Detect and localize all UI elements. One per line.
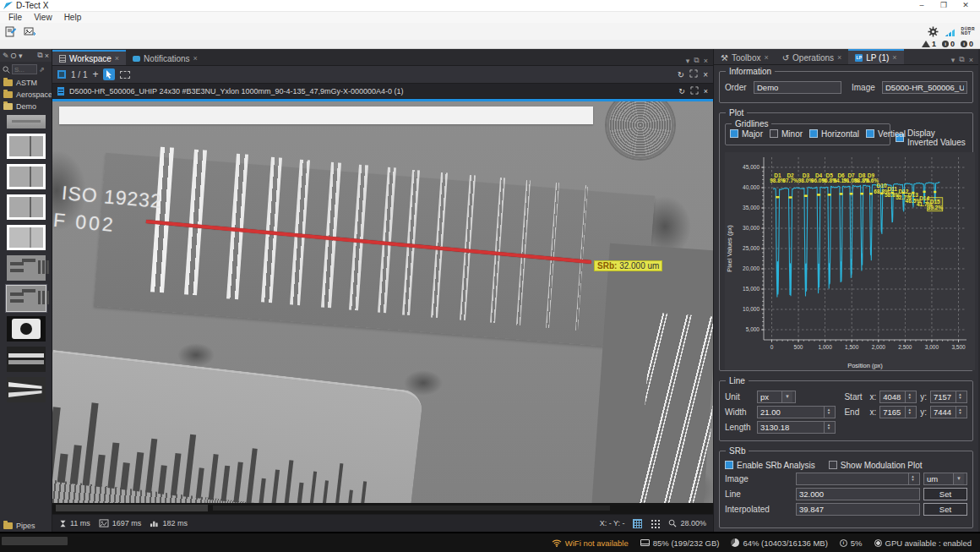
length-field[interactable]: 3130.18▲▼ [757,421,836,434]
set-interpolated-button[interactable]: Set [923,503,967,516]
info-badge-2[interactable]: i0 [961,40,973,48]
srb-image-field[interactable]: ▲▼ [796,473,920,485]
menu-file[interactable]: File [3,13,27,22]
sort-dropdown[interactable]: O ▾ [11,52,23,60]
close-icon[interactable]: × [969,56,973,64]
zoom-level[interactable]: 28.00% [680,519,706,527]
expand-icon[interactable]: ⇗ [39,66,45,74]
chevron-down-icon[interactable]: ▾ [686,57,690,65]
spinner-icon[interactable]: ▲▼ [908,473,917,484]
thumbnail[interactable] [7,316,46,342]
operations-icon: ↺ [782,53,789,63]
dots-toggle-icon[interactable] [651,519,660,528]
tab-operations[interactable]: ↺Operations× [776,49,849,64]
refresh-icon[interactable]: ↻ [678,70,684,79]
checkbox-horizontal[interactable]: Horizontal [809,129,859,139]
popout-icon[interactable]: ⧉ [959,55,964,64]
thumbnail[interactable] [7,134,46,159]
close-tab-icon[interactable]: × [892,53,896,62]
image-title: D5000-HR_500006_UHIP 24x30 #B3E3NU_Yxlon… [69,87,673,96]
checkbox-minor[interactable]: Minor [770,129,803,139]
chevron-down-icon[interactable]: ▾ [951,56,956,64]
checkbox-major[interactable]: Major [730,129,763,139]
thumbnail-selected[interactable] [7,286,46,311]
add-view-button[interactable]: + [92,68,98,80]
end-x-field[interactable]: 7165▲▼ [879,406,917,418]
minimize-button[interactable]: – [911,0,933,11]
spinner-icon[interactable]: ▲▼ [824,407,832,418]
menu-help[interactable]: Help [59,13,87,22]
thumbnail[interactable] [7,225,46,250]
folder-pipes[interactable]: Pipes [0,520,52,532]
checkbox-enable-srb[interactable]: Enable SRb Analysis [725,461,815,470]
close-tab-icon[interactable]: × [115,54,119,63]
end-y-field[interactable]: 7444▲▼ [930,406,967,418]
explorer-header: ✎ O ▾ ⧉ × [0,49,52,62]
search-input[interactable] [12,64,37,74]
tab-lp[interactable]: LPLP (1)× [848,49,903,64]
refresh-icon[interactable]: ↻ [678,87,685,96]
layout-icon[interactable] [57,70,66,79]
info-icon: i [961,41,967,47]
line-profile-chart[interactable]: 5,00010,00015,00020,00025,00030,00035,00… [725,152,967,372]
folder-demo[interactable]: Demo [0,101,52,112]
start-x-field[interactable]: 4048▲▼ [879,391,917,403]
close-icon[interactable]: × [704,57,708,65]
select-region-icon[interactable] [120,71,130,79]
checkbox-icon [829,461,837,469]
close-button[interactable]: ✕ [955,0,977,11]
settings-gear-icon[interactable] [928,26,939,37]
popout-icon[interactable]: ⧉ [37,51,42,60]
checkbox-display-inverted[interactable]: Display Inverted Values [896,128,967,147]
pointer-tool-button[interactable] [103,68,115,80]
thumbnail[interactable] [7,377,46,402]
export-image-icon[interactable] [24,26,36,37]
restore-button[interactable]: ❐ [933,0,955,11]
spinner-icon[interactable]: ▲▼ [956,391,964,402]
tab-notifications[interactable]: Notifications× [126,50,204,65]
set-line-button[interactable]: Set [923,488,967,500]
close-tab-icon[interactable]: × [837,53,841,62]
popout-icon[interactable]: ⧉ [694,56,699,65]
image-window-titlebar[interactable]: D5000-HR_500006_UHIP 24x30 #B3E3NU_Yxlon… [52,84,713,99]
width-field[interactable]: 21.00▲▼ [757,406,836,418]
unit-dropdown[interactable]: px▼ [757,391,796,403]
warning-badge[interactable]: 1 [922,40,936,48]
srb-line-field[interactable]: 32.000 [796,488,920,500]
info-badge-1[interactable]: i0 [942,40,955,48]
close-icon[interactable]: × [703,70,708,79]
grid-toggle-icon[interactable] [633,519,642,528]
srb-unit-dropdown[interactable]: um▼ [923,473,967,485]
fullscreen-icon[interactable] [689,69,698,79]
thumbnail[interactable] [7,347,46,372]
thumbnail[interactable] [7,115,46,128]
radiograph-viewport[interactable]: ISO 19232 F 002 SRb: 32.000 um [52,101,713,514]
srb-interpolated-field[interactable]: 39.847 [796,503,920,516]
tab-workspace[interactable]: Workspace× [52,50,126,65]
close-panel-icon[interactable]: × [45,52,49,60]
order-field[interactable]: Demo [754,81,841,94]
fullscreen-icon[interactable] [690,86,699,96]
spinner-icon[interactable]: ▲▼ [905,407,913,418]
thumbnail[interactable] [7,194,46,220]
notification-strip: 1 i0 i0 [0,40,980,49]
close-icon[interactable]: × [704,87,708,96]
menu-view[interactable]: View [29,13,57,22]
thumbnail[interactable] [7,255,46,281]
checkbox-icon [866,129,874,138]
start-y-field[interactable]: 7157▲▼ [930,391,967,403]
checkbox-vertical[interactable]: Vertical [866,129,906,139]
spinner-icon[interactable]: ▲▼ [956,407,964,418]
image-field[interactable]: D5000-HR_500006_UHIP 24x30 #B: [882,81,967,94]
tab-toolbox[interactable]: ⚒Toolbox× [714,49,776,64]
folder-astm[interactable]: ASTM [0,77,52,89]
edit-report-icon[interactable] [5,26,17,37]
spinner-icon[interactable]: ▲▼ [824,422,832,433]
edit-icon[interactable]: ✎ [3,52,9,60]
folder-aerospace[interactable]: Aerospace [0,89,52,101]
checkbox-show-modulation[interactable]: Show Modulation Plot [829,461,923,470]
close-tab-icon[interactable]: × [193,54,198,63]
spinner-icon[interactable]: ▲▼ [905,391,913,402]
close-tab-icon[interactable]: × [764,53,768,62]
thumbnail[interactable] [7,164,46,189]
